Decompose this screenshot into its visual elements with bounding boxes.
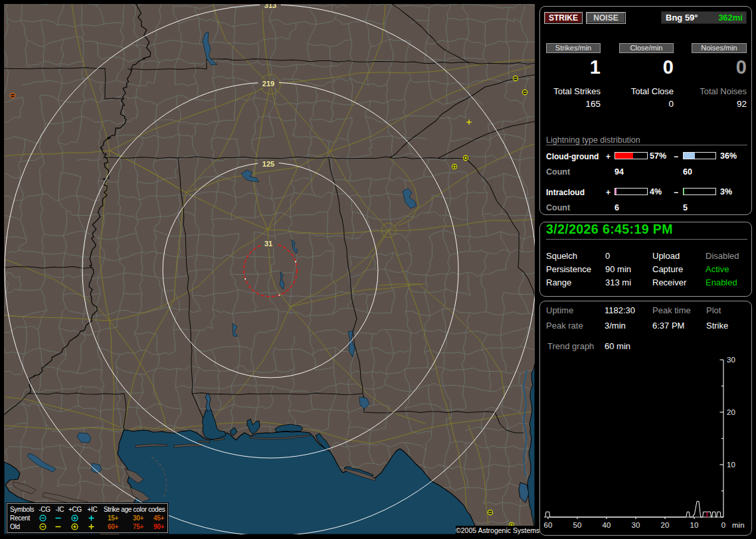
divider [546, 239, 747, 240]
legend-symbol-ic+ [87, 522, 96, 531]
distribution-divider [546, 145, 747, 145]
status-key: Capture [652, 264, 683, 274]
dist-bar-pos [614, 152, 648, 159]
count-neg: 60 [683, 167, 692, 177]
legend-cg-pos-label: +CG [66, 505, 84, 514]
rate-value: 0 [736, 56, 747, 78]
dist-pct-pos: 57% [650, 151, 666, 161]
strike-cg- [10, 93, 15, 98]
legend-symbol-ic- [54, 514, 62, 522]
rate-chip-noises[interactable]: Noises/min [692, 43, 747, 53]
legend-symbols-label: Symbols [10, 505, 34, 514]
total-value: 92 [737, 99, 747, 109]
dist-row-label: Intracloud [546, 188, 585, 197]
count-pos: 6 [614, 203, 619, 212]
bearing-label: Bng 59° [666, 12, 698, 23]
rate-chip-close[interactable]: Close/min [619, 43, 674, 53]
count-label: Count [546, 167, 570, 177]
x-tick-label: 10 [690, 521, 699, 529]
count-pos: 94 [614, 167, 624, 177]
legend-ic-neg-label: -IC [52, 505, 67, 514]
status-value: Disabled [706, 251, 739, 261]
map-canvas-shape: 31321912531 [0, 0, 538, 539]
status-key: Upload [652, 251, 680, 261]
legend-age-15+: 15+ [103, 514, 123, 522]
legend-age-30+: 30+ [128, 514, 148, 522]
distribution-title: Lightning type distribution [546, 135, 640, 145]
ring-label: 31 [264, 240, 272, 248]
strike-cg- [513, 76, 518, 80]
legend-row-label: Old [10, 522, 20, 531]
bar-fill-pos [615, 153, 633, 159]
dist-pct-pos: 4% [650, 187, 662, 196]
x-tick-label: 30 [632, 521, 640, 529]
plus-sign: + [606, 188, 611, 197]
legend-age-title: Strike age color codes [104, 505, 165, 514]
map-canvas: 31321912531 [0, 0, 538, 539]
dist-bar-neg [683, 152, 716, 159]
legend-age-45+: 45+ [149, 514, 169, 522]
dist-pct-neg: 36% [720, 151, 737, 161]
strike-button[interactable]: STRIKE [544, 12, 583, 24]
legend-cg-neg-label: -CG [37, 505, 52, 514]
legend-row-label: Recent [10, 514, 30, 522]
status-value: 313 mi [605, 277, 631, 287]
status-key: Receiver [652, 277, 686, 287]
legend-ic-pos-label: +IC [84, 505, 100, 514]
trend-graph-shape [544, 360, 723, 519]
bearing-value: 362mi [718, 12, 743, 23]
ring-label: 313 [264, 1, 276, 9]
trend-panel: Uptime1182:30Peak timePlotPeak rate3/min… [539, 301, 752, 536]
status-value: Enabled [706, 277, 737, 287]
strike-cg+ [452, 164, 456, 169]
legend-age-75+: 75+ [128, 522, 148, 531]
trend-line [545, 501, 723, 517]
legend-age-90+: 90+ [149, 522, 169, 531]
trend-graph: 1020306050403020100min [540, 301, 751, 535]
copyright-text: ©2005 Astrogenic Systems [456, 526, 538, 535]
x-axis-unit: min [732, 521, 745, 529]
x-tick-label: 60 [544, 521, 553, 529]
legend-symbol-cg+ [70, 514, 79, 522]
dist-bar-pos [614, 188, 648, 195]
lightning-map[interactable]: 31321912531 Symbols-CG-IC+CG+ICStrike ag… [0, 0, 538, 539]
total-label: Total Noises [700, 86, 747, 96]
status-value: Active [706, 264, 729, 274]
dist-row-label: Cloud-ground [546, 152, 599, 161]
rate-value: 0 [663, 56, 674, 78]
datetime-text: 3/2/2026 6:45:19 PM [546, 222, 673, 237]
total-value: 165 [585, 99, 601, 109]
noise-button[interactable]: NOISE [586, 12, 626, 24]
total-label: Total Strikes [553, 86, 601, 96]
status-key: Persistence [546, 264, 591, 274]
bearing-display: Bng 59° 362mi [661, 11, 747, 24]
dist-bar-neg [683, 188, 716, 195]
legend-symbol-cg- [39, 522, 47, 531]
status-key: Range [546, 277, 571, 287]
dist-pct-neg: 3% [720, 187, 732, 196]
strike-cg- [522, 90, 527, 94]
strike-cg+ [463, 155, 468, 160]
legend-symbol-cg+ [70, 522, 79, 531]
status-key: Squelch [546, 251, 577, 261]
legend-age-60+: 60+ [103, 522, 123, 531]
bar-fill-pos [615, 189, 616, 194]
status-value: 90 min [605, 264, 631, 274]
total-value: 0 [668, 99, 674, 109]
legend-symbol-cg- [39, 514, 47, 522]
x-tick-label: 40 [603, 521, 611, 529]
x-tick-label: 0 [721, 521, 725, 529]
legend-symbol-ic- [54, 522, 62, 531]
status-value: 0 [605, 251, 610, 261]
ring-label: 219 [262, 80, 274, 88]
bar-fill-neg [684, 153, 695, 159]
ring-label: 125 [262, 160, 274, 168]
total-label: Total Close [631, 86, 674, 96]
map-legend: Symbols-CG-IC+CG+ICStrike age color code… [7, 503, 168, 533]
rate-chip-strikes[interactable]: Strikes/min [546, 43, 601, 53]
plus-sign: + [606, 152, 611, 161]
y-tick-label: 30 [727, 356, 735, 364]
legend-symbol-ic+ [87, 514, 96, 522]
y-tick-label: 20 [727, 408, 735, 416]
x-tick-label: 50 [573, 521, 582, 529]
